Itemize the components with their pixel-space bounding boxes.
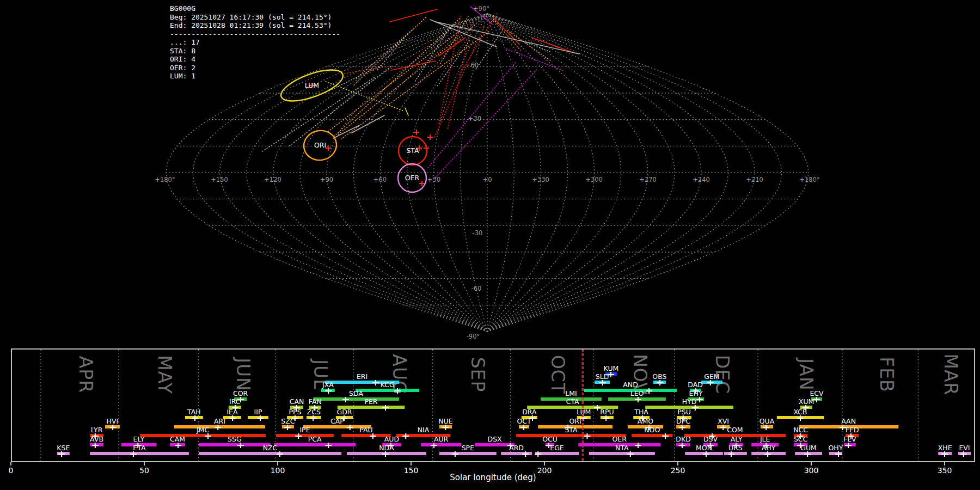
svg-text:EHY: EHY (689, 389, 703, 397)
x-axis: 050100150200250300350Solar longitude (de… (9, 462, 952, 482)
shower-ZCS: ZCS (307, 408, 321, 421)
svg-text:NDA: NDA (379, 444, 394, 452)
shower-SLD: SLD (595, 372, 610, 385)
svg-text:+240: +240 (693, 176, 710, 183)
svg-text:IIP: IIP (254, 408, 262, 416)
svg-text:200: 200 (537, 466, 552, 475)
svg-text:+60: +60 (373, 176, 387, 183)
svg-text:DSX: DSX (488, 435, 503, 443)
svg-text:DSV: DSV (703, 435, 718, 443)
svg-text:350: 350 (938, 466, 952, 475)
svg-text:+90: +90 (320, 176, 333, 183)
svg-text:AHY: AHY (762, 444, 776, 452)
svg-text:EGE: EGE (550, 444, 564, 452)
svg-text:+180°: +180° (155, 176, 175, 183)
sky-map: LUMORISTAOER+180°+150+120+90+60+30+0+330… (0, 0, 980, 348)
svg-text:CTA: CTA (566, 397, 579, 406)
svg-text:NTA: NTA (615, 444, 629, 452)
svg-text:150: 150 (404, 466, 419, 475)
svg-text:PER: PER (364, 397, 377, 406)
shower-RPU: RPU (600, 408, 614, 421)
shower-EGE: EGE (535, 444, 579, 457)
svg-text:OER: OER (612, 435, 627, 443)
svg-text:GUM: GUM (800, 444, 817, 452)
svg-text:-90°: -90° (467, 333, 480, 340)
svg-text:XUM: XUM (799, 397, 814, 406)
svg-text:SZC: SZC (281, 417, 295, 425)
svg-text:GEM: GEM (704, 372, 719, 381)
svg-text:OCT: OCT (517, 417, 531, 425)
svg-text:ARD: ARD (509, 444, 524, 452)
shower-NDA: NDA (347, 444, 426, 457)
svg-text:ETA: ETA (133, 444, 146, 452)
svg-text:FAN: FAN (309, 397, 322, 406)
svg-text:0: 0 (9, 466, 14, 475)
svg-text:DAD: DAD (688, 381, 703, 389)
shower-GEM: GEM (701, 372, 722, 385)
svg-text:SDA: SDA (349, 389, 363, 397)
svg-text:+210: +210 (746, 176, 763, 183)
svg-text:LEO: LEO (630, 389, 644, 397)
svg-text:PPS: PPS (289, 408, 302, 416)
svg-text:LUM: LUM (577, 408, 591, 416)
svg-text:HYD: HYD (682, 397, 697, 406)
svg-text:XVI: XVI (718, 417, 729, 425)
svg-text:JMC: JMC (196, 426, 209, 434)
svg-text:KCG: KCG (381, 381, 395, 389)
svg-text:XCB: XCB (793, 408, 807, 416)
svg-text:AUD: AUD (384, 435, 399, 443)
shower-CAM: CAM (170, 435, 185, 448)
svg-text:IPE: IPE (299, 426, 310, 434)
shower-DKD: DKD (676, 435, 690, 448)
activity-timeline: APRMAYJUNJULAUGSEPOCTNOVDECJANFEBMARKUME… (0, 348, 980, 490)
svg-text:PCA: PCA (308, 435, 322, 443)
shower-OCT: OCT (517, 417, 531, 430)
equator-labels: +180°+150+120+90+60+30+0+330+300+270+240… (155, 176, 819, 183)
svg-text:FED: FED (846, 426, 859, 434)
svg-text:AMO: AMO (638, 417, 653, 425)
svg-text:DKD: DKD (676, 435, 690, 443)
svg-text:PAU: PAU (359, 426, 372, 434)
svg-text:+90°: +90° (473, 5, 489, 13)
month-label-APR: APR (75, 356, 96, 393)
svg-text:MON: MON (696, 444, 712, 452)
shower-IIP: IIP (248, 408, 268, 421)
svg-text:URS: URS (728, 444, 743, 452)
info-block: BG000G Beg: 20251027 16:17:30 (sol = 214… (170, 4, 340, 81)
month-label-FEB: FEB (876, 357, 897, 392)
shower-KSE: KSE (57, 444, 70, 457)
month-label-MAR: MAR (940, 354, 961, 396)
svg-text:SSG: SSG (228, 435, 242, 443)
svg-text:100: 100 (271, 466, 285, 475)
svg-text:JLE: JLE (759, 435, 770, 443)
shower-TAH: TAH (185, 408, 203, 421)
svg-text:+270: +270 (639, 176, 657, 183)
svg-text:+180°: +180° (799, 176, 819, 183)
shower-IEA: IEA (223, 408, 241, 421)
svg-text:PSU: PSU (677, 408, 691, 416)
svg-text:ELY: ELY (133, 435, 145, 443)
svg-text:+300: +300 (585, 176, 603, 183)
svg-text:KSE: KSE (57, 444, 70, 452)
svg-text:ARI: ARI (214, 417, 225, 425)
month-label-JUN: JUN (232, 357, 254, 391)
shower-DPC: DPC (676, 417, 690, 430)
shower-HVI: HVI (105, 417, 120, 430)
shower-XCB: XCB (777, 408, 824, 421)
svg-text:JXA: JXA (322, 381, 334, 389)
svg-text:NCC: NCC (793, 426, 808, 434)
svg-text:-30: -30 (473, 229, 483, 237)
month-label-SEP: SEP (467, 357, 488, 393)
shower-JXA: JXA (321, 381, 335, 394)
svg-text:OBS: OBS (652, 372, 666, 381)
svg-text:250: 250 (671, 466, 685, 475)
shower-EVI: EVI (958, 444, 971, 457)
svg-text:THA: THA (634, 408, 648, 416)
svg-text:AUR: AUR (434, 435, 449, 443)
svg-text:CAN: CAN (290, 397, 304, 406)
month-label-MAY: MAY (154, 355, 175, 394)
svg-text:EVI: EVI (959, 444, 970, 452)
svg-text:50: 50 (139, 466, 149, 475)
radiant-label-OER: OER (405, 174, 420, 182)
shower-OHY: OHY (828, 444, 843, 457)
